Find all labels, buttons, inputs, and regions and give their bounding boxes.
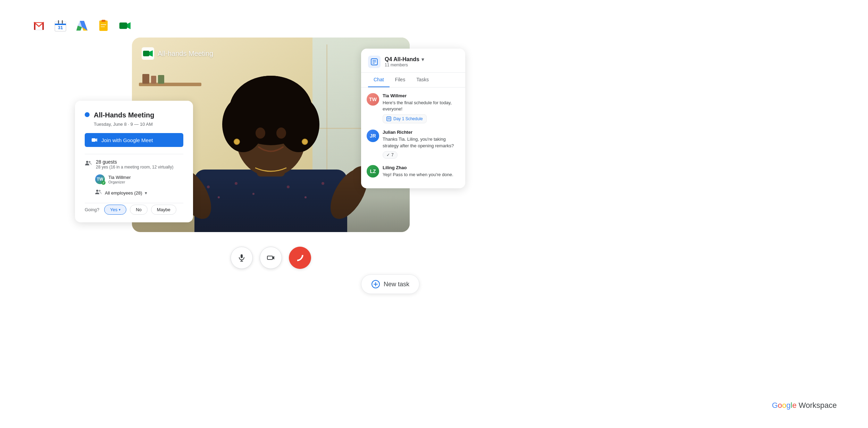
- all-employees-text: All employees (28) ▾: [105, 190, 147, 196]
- julian-avatar: JR: [367, 130, 379, 142]
- svg-rect-61: [143, 51, 149, 56]
- organizer-row: TW ✓ Tia Willmer Organizer: [95, 174, 183, 184]
- svg-rect-63: [241, 254, 243, 258]
- svg-rect-19: [101, 20, 106, 22]
- join-meet-button[interactable]: Join with Google Meet: [85, 133, 183, 147]
- guests-row: 28 guests 28 yes (16 in a meeting room, …: [85, 159, 183, 170]
- calendar-icon[interactable]: 31: [53, 18, 68, 33]
- svg-rect-8: [58, 20, 59, 24]
- rsvp-maybe-label: Maybe: [157, 207, 170, 212]
- video-controls: [132, 247, 410, 269]
- chat-title-area: Q4 All-Hands ▾ 11 members: [385, 56, 458, 67]
- svg-rect-1: [34, 22, 44, 23]
- google-workspace-branding: Google Workspace: [772, 401, 837, 410]
- chat-message-2: JR Julian Richter Thanks Tia. Liling, yo…: [367, 130, 460, 158]
- chat-group-name: Q4 All-Hands ▾: [385, 56, 458, 63]
- svg-rect-78: [387, 117, 391, 121]
- going-row: Going? Yes ▾ No Maybe: [85, 203, 183, 215]
- people-icon: [85, 160, 92, 167]
- event-title: All-Hands Meeting: [94, 110, 154, 120]
- rsvp-yes-label: Yes: [110, 207, 117, 212]
- mic-icon: [237, 254, 246, 262]
- msg-author-3: Liling Zhao: [383, 165, 460, 170]
- msg-text-1: Here's the final schedule for today, eve…: [383, 100, 460, 112]
- svg-rect-23: [119, 23, 127, 29]
- toolbar: 31: [31, 18, 133, 33]
- going-label: Going?: [85, 207, 99, 212]
- svg-point-45: [276, 127, 286, 139]
- organizer-check-icon: ✓: [101, 181, 106, 185]
- svg-rect-32: [151, 76, 156, 84]
- svg-point-44: [256, 127, 265, 139]
- group-icon: [95, 189, 101, 195]
- reaction-check-icon: ✓: [386, 153, 390, 157]
- msg-content-3: Liling Zhao Yep! Pass to me when you're …: [383, 165, 460, 178]
- meet-button-icon: [91, 137, 98, 143]
- liling-avatar: LZ: [367, 165, 379, 178]
- new-task-button[interactable]: New task: [361, 274, 419, 294]
- msg-author-1: Tia Willmer: [383, 93, 460, 98]
- dropdown-arrow-icon[interactable]: ▾: [145, 190, 147, 196]
- all-employees-row: All employees (28) ▾: [95, 189, 183, 197]
- chat-panel-icon: [368, 56, 381, 68]
- rsvp-yes-arrow-icon: ▾: [119, 208, 120, 212]
- rsvp-maybe-button[interactable]: Maybe: [151, 205, 176, 215]
- organizer-avatar: TW ✓: [95, 174, 105, 184]
- msg-content-1: Tia Willmer Here's the final schedule fo…: [383, 93, 460, 123]
- drive-icon[interactable]: [74, 18, 90, 33]
- svg-point-72: [96, 190, 98, 192]
- meet-label: All-hands Meeting: [142, 47, 213, 60]
- hangup-button[interactable]: [289, 247, 311, 269]
- tab-chat[interactable]: Chat: [368, 73, 390, 87]
- camera-button[interactable]: [260, 247, 282, 269]
- organizer-role: Organizer: [108, 180, 131, 184]
- all-emp-icon: [95, 189, 101, 197]
- brand-google-text: Google: [772, 401, 796, 410]
- chat-message-3: LZ Liling Zhao Yep! Pass to me when you'…: [367, 165, 460, 178]
- rsvp-yes-button[interactable]: Yes ▾: [104, 205, 126, 215]
- svg-rect-66: [267, 256, 273, 260]
- calendar-card: All-Hands Meeting Tuesday, June 8 · 9 — …: [75, 101, 193, 222]
- msg-reaction-2: ✓ 7: [383, 151, 398, 159]
- event-date: Tuesday, June 8 · 9 — 10 AM: [94, 122, 183, 127]
- msg-attachment-1[interactable]: Day 1 Schedule: [383, 114, 427, 123]
- meet-icon[interactable]: [117, 18, 133, 33]
- tia-avatar: TW: [367, 93, 379, 106]
- meet-video-icon: [142, 47, 154, 60]
- video-title: All-hands Meeting: [158, 50, 213, 58]
- msg-author-2: Julian Richter: [383, 130, 460, 135]
- gmail-icon[interactable]: [31, 18, 47, 33]
- msg-text-2: Thanks Tia. Liling, you're taking strate…: [383, 136, 460, 149]
- event-color-dot: [85, 112, 90, 117]
- tab-tasks[interactable]: Tasks: [411, 73, 434, 87]
- new-task-label: New task: [384, 281, 409, 288]
- mic-button[interactable]: [231, 247, 253, 269]
- chat-panel: Q4 All-Hands ▾ 11 members Chat Files Tas…: [361, 49, 465, 188]
- guests-count: 28 guests: [96, 159, 173, 165]
- tab-files[interactable]: Files: [390, 73, 411, 87]
- svg-point-46: [234, 139, 240, 145]
- brand-workspace-text: Workspace: [796, 401, 837, 410]
- svg-rect-33: [158, 75, 164, 84]
- organizer-info: Tia Willmer Organizer: [108, 175, 131, 184]
- msg-text-3: Yep! Pass to me when you're done.: [383, 172, 460, 178]
- attachment-doc-icon: [386, 116, 391, 121]
- svg-rect-20: [101, 24, 106, 25]
- keep-icon[interactable]: [96, 18, 111, 33]
- svg-point-70: [86, 161, 88, 163]
- svg-rect-18: [99, 20, 108, 31]
- card-divider: [85, 154, 183, 154]
- guests-detail: 28 yes (16 in a meeting room, 12 virtual…: [96, 165, 173, 170]
- chat-header: Q4 All-Hands ▾ 11 members: [361, 49, 465, 73]
- rsvp-no-button[interactable]: No: [130, 205, 148, 215]
- svg-text:31: 31: [58, 25, 63, 30]
- svg-rect-68: [92, 138, 95, 142]
- organizer-name: Tia Willmer: [108, 175, 131, 180]
- svg-point-47: [302, 139, 308, 145]
- chat-dropdown-icon[interactable]: ▾: [422, 57, 424, 62]
- guests-icon: [85, 160, 92, 168]
- hangup-icon: [295, 253, 305, 263]
- svg-point-73: [99, 190, 101, 192]
- msg-content-2: Julian Richter Thanks Tia. Liling, you'r…: [383, 130, 460, 158]
- new-task-icon: [371, 280, 380, 289]
